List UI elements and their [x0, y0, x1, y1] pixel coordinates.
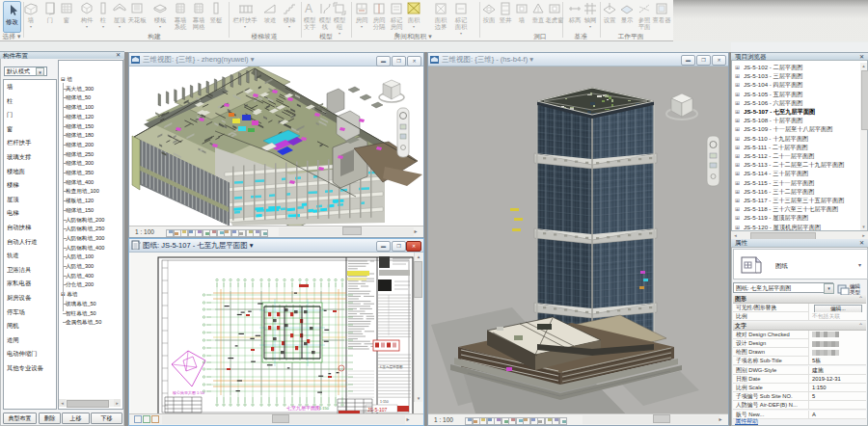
- svg-text:1:150: 1:150: [319, 406, 330, 411]
- svg-text:A: A: [305, 2, 312, 15]
- svg-text:核心筒放大图 1:50: 核心筒放大图 1:50: [172, 390, 205, 395]
- svg-text:七至九层平面图: 七至九层平面图: [379, 364, 403, 369]
- svg-text:JS-5-107: JS-5-107: [367, 407, 388, 413]
- svg-text:七至九层平面图: 七至九层平面图: [286, 405, 320, 412]
- svg-text:1:150: 1:150: [380, 400, 389, 404]
